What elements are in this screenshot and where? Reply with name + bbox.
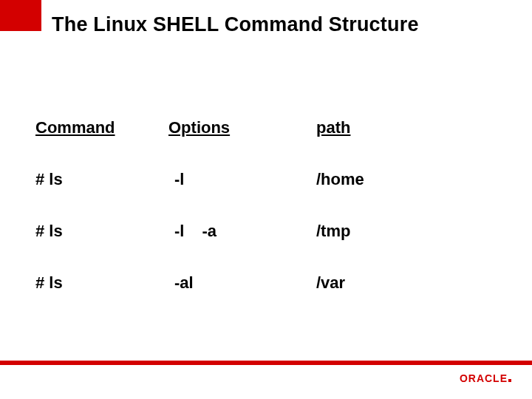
option-value: -l xyxy=(168,170,184,188)
cell-path: /home xyxy=(316,170,479,189)
option-value: -al xyxy=(168,273,194,292)
cell-path: /var xyxy=(316,273,479,293)
cell-options: -l -a xyxy=(168,222,316,241)
slide-title: The Linux SHELL Command Structure xyxy=(52,13,419,36)
header-options: Options xyxy=(168,118,316,137)
table-row: # ls -l /home xyxy=(35,170,497,222)
cell-command: # ls xyxy=(35,222,168,241)
cell-options: -l xyxy=(168,170,316,189)
option-value: -l xyxy=(174,222,184,241)
cell-path: /tmp xyxy=(316,222,479,241)
cell-command: # ls xyxy=(35,170,168,189)
accent-block xyxy=(0,0,41,31)
footer-divider xyxy=(0,361,532,365)
header-path: path xyxy=(316,118,479,137)
table-row: # ls -l -a /tmp xyxy=(35,222,497,273)
option-value: -a xyxy=(202,222,216,241)
oracle-logo: ORACLE xyxy=(460,372,511,384)
command-table: Command Options path # ls -l /home # ls … xyxy=(35,118,497,325)
table-row: # ls -al /var xyxy=(35,273,497,325)
table-header-row: Command Options path xyxy=(35,118,497,170)
header-command: Command xyxy=(35,118,168,137)
slide: The Linux SHELL Command Structure Comman… xyxy=(0,0,532,399)
cell-options: -al xyxy=(168,273,316,293)
logo-text: ORACLE xyxy=(460,372,508,384)
cell-command: # ls xyxy=(35,273,168,293)
logo-dot-icon xyxy=(508,379,511,382)
